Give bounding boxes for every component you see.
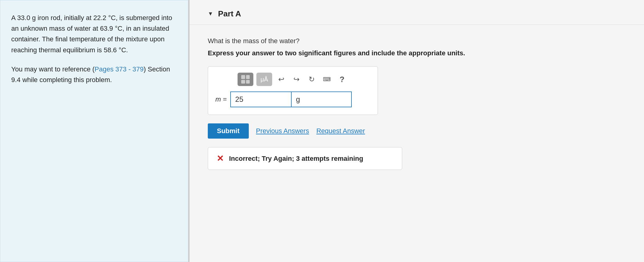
mu-button[interactable]: μÅ [256, 73, 272, 86]
refresh-button[interactable]: ↻ [306, 73, 318, 85]
matrix-button[interactable] [238, 73, 253, 86]
undo-button[interactable]: ↩ [275, 73, 287, 85]
action-row: Submit Previous Answers Request Answer [208, 123, 626, 139]
part-a-title: Part A [218, 9, 241, 19]
previous-answers-link[interactable]: Previous Answers [256, 127, 309, 135]
feedback-text: Incorrect; Try Again; 3 attempts remaini… [229, 155, 363, 163]
input-label: m = [215, 95, 227, 103]
reference-link[interactable]: Pages 373 - 379 [94, 65, 143, 73]
feedback-box: ✕ Incorrect; Try Again; 3 attempts remai… [208, 147, 402, 170]
reference-text: You may want to reference (Pages 373 - 3… [11, 64, 177, 85]
question-text: What is the mass of the water? [208, 37, 626, 45]
unit-input[interactable] [291, 91, 352, 107]
incorrect-icon: ✕ [217, 153, 224, 164]
input-row: m = [215, 91, 370, 107]
part-a-content: What is the mass of the water? Express y… [190, 25, 644, 182]
instruction-text: Express your answer to two significant f… [208, 49, 626, 57]
submit-button[interactable]: Submit [208, 123, 249, 139]
value-input[interactable] [230, 91, 291, 107]
problem-text: A 33.0 g iron rod, initially at 22.2 °C,… [11, 12, 177, 55]
request-answer-link[interactable]: Request Answer [316, 127, 365, 135]
keyboard-button[interactable]: ⌨ [321, 73, 333, 85]
part-a-header: ▼ Part A [190, 0, 644, 25]
help-button[interactable]: ? [336, 73, 348, 85]
collapse-arrow-icon[interactable]: ▼ [208, 11, 213, 17]
redo-button[interactable]: ↪ [290, 73, 303, 85]
right-panel: ▼ Part A What is the mass of the water? … [190, 0, 644, 262]
answer-box: μÅ ↩ ↪ ↻ ⌨ ? m = [208, 66, 378, 115]
left-panel: A 33.0 g iron rod, initially at 22.2 °C,… [0, 0, 188, 262]
toolbar: μÅ ↩ ↪ ↻ ⌨ ? [215, 73, 370, 86]
